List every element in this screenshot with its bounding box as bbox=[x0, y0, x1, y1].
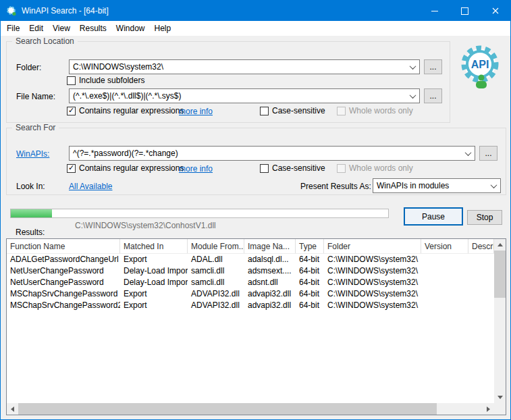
whole-words-checkbox: Whole words only bbox=[337, 163, 413, 173]
table-cell bbox=[468, 288, 494, 299]
pause-button[interactable]: Pause bbox=[404, 207, 463, 226]
more-info-link[interactable]: more info bbox=[179, 107, 213, 116]
triangle-down-icon bbox=[497, 396, 503, 399]
checkbox-icon bbox=[260, 164, 269, 173]
vertical-scrollbar[interactable] bbox=[494, 239, 506, 403]
minimize-button[interactable] bbox=[419, 1, 450, 21]
table-cell: Delay-Load Import bbox=[120, 265, 188, 276]
column-header[interactable]: Module From... bbox=[188, 239, 244, 253]
close-icon bbox=[492, 7, 499, 14]
current-file-label: C:\WINDOWS\system32\ConhostV1.dll bbox=[75, 221, 216, 230]
whole-words-checkbox: Whole words only bbox=[337, 106, 413, 115]
folder-value: C:\WINDOWS\system32\ bbox=[70, 62, 406, 72]
table-cell: C:\WINDOWS\system32\ bbox=[324, 299, 421, 311]
table-cell: Export bbox=[120, 288, 188, 299]
table-cell: 64-bit bbox=[296, 276, 324, 288]
vertical-scrollbar-thumb[interactable] bbox=[494, 251, 506, 298]
checkbox-icon bbox=[260, 107, 269, 115]
group-title: Search Location bbox=[12, 36, 78, 46]
chevron-down-icon[interactable] bbox=[406, 89, 419, 103]
column-header[interactable]: Matched In bbox=[120, 239, 188, 253]
column-header[interactable]: Type bbox=[296, 239, 324, 253]
column-header[interactable]: Descrip... bbox=[468, 239, 494, 253]
table-cell: MSChapSrvChangePassword2 bbox=[7, 299, 120, 311]
table-cell: Delay-Load Import bbox=[120, 276, 188, 288]
contains-regex-checkbox[interactable]: Contains regular expressions bbox=[67, 106, 184, 115]
more-info-link[interactable]: more info bbox=[179, 164, 213, 174]
minimize-icon bbox=[431, 11, 438, 11]
menu-item-help[interactable]: Help bbox=[150, 22, 176, 35]
winapis-browse-button[interactable]: ... bbox=[479, 146, 497, 161]
table-cell bbox=[468, 276, 494, 288]
column-header[interactable]: Function Name bbox=[7, 239, 120, 253]
table-row[interactable]: MSChapSrvChangePassword2ExportADVAPI32.d… bbox=[7, 299, 494, 311]
scroll-left-button[interactable] bbox=[7, 403, 18, 415]
menu-item-view[interactable]: View bbox=[48, 22, 75, 35]
table-header: Function NameMatched InModule From...Ima… bbox=[7, 239, 494, 254]
table-cell: advapi32.dll bbox=[244, 288, 296, 299]
table-cell: Export bbox=[120, 253, 188, 265]
table-cell: 64-bit bbox=[296, 265, 324, 276]
winapis-value: ^(?=.*password)(?=.*change) bbox=[70, 149, 461, 158]
file-name-browse-button[interactable]: ... bbox=[424, 88, 442, 103]
menu-item-results[interactable]: Results bbox=[75, 22, 111, 35]
look-in-label: Look In: bbox=[16, 182, 45, 191]
api-logo: API bbox=[457, 43, 506, 91]
maximize-button[interactable] bbox=[450, 1, 480, 21]
checkbox-icon bbox=[337, 107, 346, 115]
file-name-value: (^.*\.exe$)|(^.*\.dll$)|(^.*\.sys$) bbox=[70, 91, 406, 101]
table-cell bbox=[421, 276, 468, 288]
chevron-down-icon[interactable] bbox=[487, 179, 500, 192]
present-results-value: WinAPIs in modules bbox=[373, 181, 487, 190]
app-icon bbox=[6, 5, 17, 16]
column-header[interactable]: Image Na... bbox=[244, 239, 296, 253]
table-row[interactable]: ADALGetPasswordChangeUrlExportADAL.dllad… bbox=[7, 253, 494, 265]
file-name-combobox[interactable]: (^.*\.exe$)|(^.*\.dll$)|(^.*\.sys$) bbox=[69, 88, 420, 103]
include-subfolders-checkbox[interactable]: Include subfolders bbox=[67, 76, 144, 85]
case-sensitive-checkbox[interactable]: Case-sensitive bbox=[260, 163, 325, 173]
table-row[interactable]: NetUserChangePasswordDelay-Load Importsa… bbox=[7, 276, 494, 288]
winapis-combobox[interactable]: ^(?=.*password)(?=.*change) bbox=[69, 146, 475, 161]
column-header[interactable]: Version bbox=[421, 239, 468, 253]
progress-fill bbox=[11, 209, 52, 217]
scroll-up-button[interactable] bbox=[494, 239, 506, 251]
close-button[interactable] bbox=[480, 1, 510, 21]
folder-combobox[interactable]: C:\WINDOWS\system32\ bbox=[69, 59, 420, 74]
contains-regex-checkbox[interactable]: Contains regular expressions bbox=[67, 163, 184, 173]
table-cell: C:\WINDOWS\system32\ bbox=[324, 288, 421, 299]
table-cell: NetUserChangePassword bbox=[7, 265, 120, 276]
horizontal-scrollbar[interactable] bbox=[7, 403, 494, 415]
titlebar: WinAPI Search - [64-bit] bbox=[1, 1, 510, 21]
window-title: WinAPI Search - [64-bit] bbox=[22, 6, 109, 16]
table-cell: adsmsext.... bbox=[244, 265, 296, 276]
scroll-down-button[interactable] bbox=[494, 392, 506, 403]
scroll-right-button[interactable] bbox=[483, 403, 494, 415]
table-row[interactable]: NetUserChangePasswordDelay-Load Importsa… bbox=[7, 265, 494, 276]
menu-item-window[interactable]: Window bbox=[111, 22, 150, 35]
chevron-down-icon[interactable] bbox=[406, 60, 419, 74]
triangle-right-icon bbox=[487, 406, 490, 412]
maximize-icon bbox=[461, 7, 468, 15]
table-cell: 64-bit bbox=[296, 299, 324, 311]
table-row[interactable]: MSChapSrvChangePasswordExportADVAPI32.dl… bbox=[7, 288, 494, 299]
stop-button[interactable]: Stop bbox=[467, 210, 502, 225]
table-cell: Export bbox=[120, 299, 188, 311]
case-sensitive-checkbox[interactable]: Case-sensitive bbox=[260, 106, 325, 115]
triangle-left-icon bbox=[11, 406, 14, 412]
present-results-label: Present Results As: bbox=[300, 182, 371, 191]
results-table: Function NameMatched InModule From...Ima… bbox=[6, 238, 506, 415]
column-header[interactable]: Folder bbox=[324, 239, 421, 253]
all-available-link[interactable]: All Available bbox=[69, 182, 113, 191]
table-cell: ADALGetPasswordChangeUrl bbox=[7, 253, 120, 265]
menu-item-edit[interactable]: Edit bbox=[24, 22, 48, 35]
present-results-dropdown[interactable]: WinAPIs in modules bbox=[373, 178, 501, 193]
table-cell: NetUserChangePassword bbox=[7, 276, 120, 288]
checkbox-icon bbox=[67, 76, 76, 85]
table-cell bbox=[468, 253, 494, 265]
horizontal-scrollbar-thumb[interactable] bbox=[18, 403, 437, 415]
folder-browse-button[interactable]: ... bbox=[424, 59, 442, 74]
winapis-link[interactable]: WinAPIs: bbox=[16, 149, 49, 159]
chevron-down-icon[interactable] bbox=[461, 147, 475, 160]
menu-item-file[interactable]: File bbox=[2, 22, 24, 35]
triangle-up-icon bbox=[497, 243, 503, 246]
